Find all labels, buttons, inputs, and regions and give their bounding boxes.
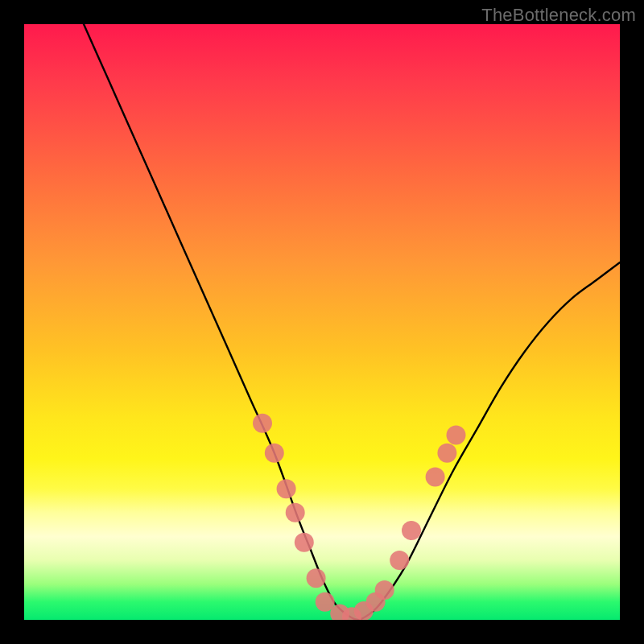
curve-marker bbox=[307, 568, 326, 588]
curve-marker bbox=[375, 580, 394, 600]
bottleneck-curve bbox=[84, 24, 620, 620]
curve-marker bbox=[265, 444, 284, 463]
curve-markers bbox=[253, 414, 466, 620]
curve-marker bbox=[253, 414, 272, 433]
chart-svg bbox=[24, 24, 620, 620]
curve-marker bbox=[447, 426, 466, 445]
watermark-text: TheBottleneck.com bbox=[481, 5, 636, 26]
curve-marker bbox=[277, 479, 296, 498]
curve-marker bbox=[426, 467, 445, 486]
plot-area bbox=[24, 24, 620, 620]
chart-frame: TheBottleneck.com bbox=[0, 0, 644, 644]
curve-marker bbox=[390, 551, 409, 570]
curve-marker bbox=[295, 533, 314, 552]
curve-marker bbox=[437, 444, 456, 463]
curve-marker bbox=[286, 503, 305, 522]
curve-marker bbox=[402, 521, 421, 540]
